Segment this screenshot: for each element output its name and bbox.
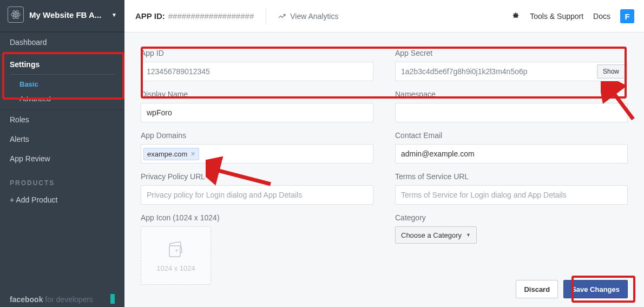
avatar[interactable]: F: [620, 9, 634, 23]
input-contact-email[interactable]: [395, 144, 628, 164]
appid-label: APP ID:: [135, 11, 165, 21]
input-app-domains[interactable]: exampe.com ✕: [141, 144, 373, 164]
sidebar-item-app-review[interactable]: App Review: [0, 149, 124, 168]
label-category: Category: [395, 213, 628, 222]
category-dropdown[interactable]: Choose a Category ▼: [395, 226, 477, 244]
analytics-icon: [278, 12, 286, 20]
svg-line-9: [517, 14, 518, 14]
input-app-id[interactable]: [141, 62, 373, 81]
footer-brand: facebook for developers: [10, 295, 93, 304]
discard-button[interactable]: Discard: [516, 280, 558, 298]
svg-point-3: [15, 14, 17, 16]
image-placeholder-icon: +: [165, 239, 187, 261]
footer-brand-rest: for developers: [43, 295, 93, 304]
label-display-name: Display Name: [141, 90, 373, 99]
footer-accent: [110, 294, 115, 304]
bottom-action-bar: Discard Save Changes: [516, 280, 628, 298]
svg-line-8: [514, 14, 514, 14]
appid-value: ###################: [168, 11, 254, 21]
chevron-down-icon: ▼: [466, 232, 471, 238]
input-namespace[interactable]: [395, 103, 628, 122]
footer-brand-fb: facebook: [10, 295, 43, 304]
tools-support-link[interactable]: Tools & Support: [530, 12, 583, 21]
sidebar-item-roles[interactable]: Roles: [0, 110, 124, 129]
label-namespace: Namespace: [395, 90, 628, 99]
domain-chip[interactable]: exampe.com ✕: [143, 148, 199, 160]
bug-icon[interactable]: [511, 11, 520, 22]
products-heading: PRODUCTS: [0, 168, 124, 190]
sidebar: My Website FB A... ▼ Dashboard Settings …: [0, 0, 124, 307]
label-app-id: App ID: [141, 49, 373, 57]
input-app-secret[interactable]: [395, 62, 628, 81]
topbar: APP ID: ################### View Analyti…: [124, 0, 644, 32]
app-icon-hint: 1024 x 1024: [156, 264, 195, 272]
sidebar-item-alerts[interactable]: Alerts: [0, 129, 124, 149]
label-tos-url: Terms of Service URL: [395, 172, 628, 181]
save-changes-button[interactable]: Save Changes: [563, 280, 628, 298]
category-selected: Choose a Category: [401, 231, 462, 239]
input-display-name[interactable]: [141, 103, 373, 122]
caret-down-icon: ▼: [111, 12, 117, 18]
docs-link[interactable]: Docs: [593, 12, 610, 21]
label-privacy-url: Privacy Policy URL: [141, 172, 373, 181]
sidebar-sub-advanced[interactable]: Advanced: [0, 92, 124, 106]
svg-line-11: [517, 17, 518, 17]
label-app-secret: App Secret: [395, 49, 628, 57]
label-app-domains: App Domains: [141, 131, 373, 140]
app-atom-icon: [8, 6, 24, 23]
input-tos-url[interactable]: [395, 185, 628, 205]
svg-line-10: [514, 17, 514, 17]
sidebar-add-product[interactable]: + Add Product: [0, 190, 124, 210]
chip-remove-icon[interactable]: ✕: [190, 151, 195, 158]
sidebar-sub-basic[interactable]: Basic: [0, 77, 124, 92]
avatar-letter: F: [625, 12, 629, 21]
sidebar-header[interactable]: My Website FB A... ▼: [0, 0, 124, 32]
label-app-icon: App Icon (1024 x 1024): [141, 213, 373, 222]
domain-chip-text: exampe.com: [147, 150, 187, 158]
view-analytics-label: View Analytics: [290, 12, 338, 21]
input-privacy-url[interactable]: [141, 185, 373, 205]
sidebar-item-dashboard[interactable]: Dashboard: [0, 32, 124, 52]
app-icon-upload[interactable]: + 1024 x 1024: [141, 226, 211, 285]
show-secret-button[interactable]: Show: [597, 64, 625, 79]
svg-text:+: +: [175, 247, 179, 254]
main-content: App ID App Secret Show Display Name Name…: [124, 32, 644, 307]
app-name-label: My Website FB A...: [29, 10, 108, 19]
label-contact-email: Contact Email: [395, 131, 628, 140]
sidebar-item-settings[interactable]: Settings: [0, 52, 124, 74]
view-analytics-link[interactable]: View Analytics: [278, 12, 338, 21]
divider: [266, 9, 266, 24]
